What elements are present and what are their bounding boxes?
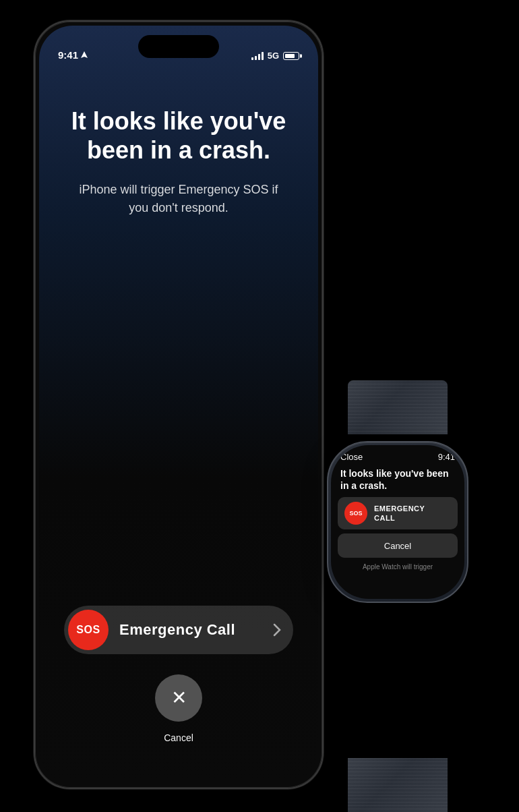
cancel-label: Cancel — [164, 732, 193, 743]
chevron-right-icon — [273, 623, 281, 637]
watch-screen: Close 9:41 It looks like you've been in … — [331, 445, 464, 599]
watch-crash-title: It looks like you've been in a crash. — [331, 465, 464, 497]
watch-emergency-call-label: EMERGENCYCALL — [374, 504, 425, 523]
battery-body — [283, 52, 299, 60]
emergency-call-label: Emergency Call — [119, 621, 235, 639]
watch-time: 9:41 — [438, 452, 455, 462]
watch-sos-label: SOS — [349, 510, 362, 517]
battery-fill — [285, 54, 295, 58]
sos-circle-button[interactable]: SOS — [68, 610, 109, 650]
band-texture-bottom — [348, 758, 448, 812]
watch-close-button[interactable]: Close — [340, 452, 363, 462]
watch-band-top — [348, 380, 448, 434]
cancel-button[interactable]: ✕ — [155, 674, 202, 722]
dynamic-island — [138, 35, 219, 58]
mute-button — [34, 116, 35, 143]
status-time: 9:41 — [58, 49, 88, 61]
watch-body: Close 9:41 It looks like you've been in … — [327, 441, 468, 603]
volume-up-button — [34, 156, 35, 197]
apple-watch-wrapper: Close 9:41 It looks like you've been in … — [290, 421, 506, 772]
iphone-screen: 9:41 5G — [39, 26, 318, 784]
cancel-section: ✕ Cancel — [155, 674, 202, 743]
crash-title: It looks like you've been in a crash. — [39, 80, 318, 165]
watch-cancel-button[interactable]: Cancel — [338, 533, 458, 558]
location-icon — [81, 51, 88, 59]
volume-down-button — [34, 210, 35, 251]
x-icon: ✕ — [171, 689, 187, 707]
band-texture-top — [348, 380, 448, 434]
signal-bars — [251, 52, 264, 60]
watch-cancel-label: Cancel — [384, 541, 411, 551]
watch-sos-circle: SOS — [344, 502, 367, 525]
status-icons: 5G — [251, 51, 299, 61]
iphone-bottom-controls: SOS Emergency Call ✕ Cancel — [39, 606, 318, 743]
sos-icon-label: SOS — [76, 624, 100, 636]
iphone-device: 9:41 5G — [34, 20, 324, 789]
sos-slider[interactable]: SOS Emergency Call — [64, 606, 293, 654]
crash-subtitle: iPhone will trigger Emergency SOS if you… — [39, 165, 318, 217]
watch-band-bottom — [348, 758, 448, 812]
watch-crown — [467, 496, 468, 517]
watch-sos-button[interactable]: SOS EMERGENCYCALL — [338, 497, 458, 529]
battery-icon — [283, 52, 299, 60]
watch-trigger-text: Apple Watch will trigger — [331, 562, 464, 572]
network-type: 5G — [268, 51, 279, 61]
watch-header: Close 9:41 — [331, 445, 464, 465]
